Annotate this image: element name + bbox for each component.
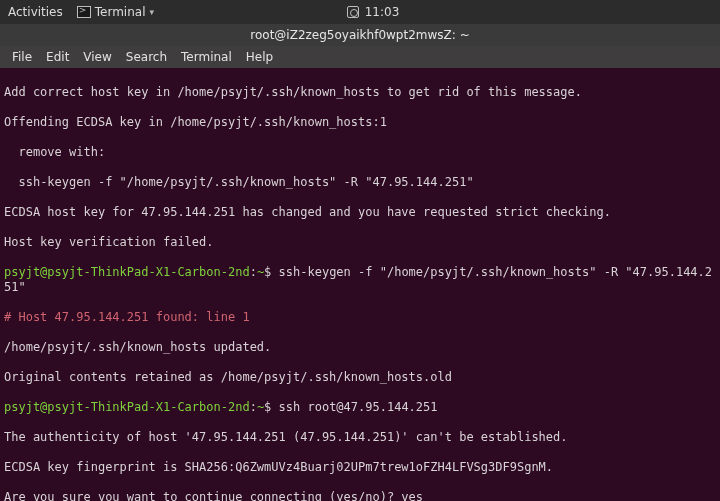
- term-line: Are you sure you want to continue connec…: [4, 490, 716, 501]
- active-app-indicator[interactable]: Terminal ▾: [77, 5, 154, 19]
- term-line: ssh-keygen -f "/home/psyjt/.ssh/known_ho…: [4, 175, 716, 190]
- activities-button[interactable]: Activities: [8, 5, 63, 19]
- term-line: Add correct host key in /home/psyjt/.ssh…: [4, 85, 716, 100]
- terminal-output[interactable]: Add correct host key in /home/psyjt/.ssh…: [0, 68, 720, 501]
- command-text: ssh root@47.95.144.251: [271, 400, 437, 414]
- prompt-sep: :: [250, 265, 257, 279]
- term-line: Host key verification failed.: [4, 235, 716, 250]
- menu-search[interactable]: Search: [120, 48, 173, 66]
- gnome-top-panel: Activities Terminal ▾ 11:03: [0, 0, 720, 24]
- term-prompt-line: psyjt@psyjt-ThinkPad-X1-Carbon-2nd:~$ ss…: [4, 400, 716, 415]
- prompt-user: psyjt@psyjt-ThinkPad-X1-Carbon-2nd: [4, 400, 250, 414]
- clock-label: 11:03: [365, 5, 400, 19]
- term-line: remove with:: [4, 145, 716, 160]
- prompt-sep: :: [250, 400, 257, 414]
- term-prompt-line: psyjt@psyjt-ThinkPad-X1-Carbon-2nd:~$ ss…: [4, 265, 716, 295]
- term-line: /home/psyjt/.ssh/known_hosts updated.: [4, 340, 716, 355]
- terminal-menu-bar: File Edit View Search Terminal Help: [0, 46, 720, 68]
- clock-area[interactable]: 11:03: [154, 5, 592, 19]
- term-line: Original contents retained as /home/psyj…: [4, 370, 716, 385]
- terminal-icon: [77, 6, 91, 18]
- menu-terminal[interactable]: Terminal: [175, 48, 238, 66]
- term-line: The authenticity of host '47.95.144.251 …: [4, 430, 716, 445]
- calendar-icon: [347, 6, 359, 18]
- menu-help[interactable]: Help: [240, 48, 279, 66]
- menu-edit[interactable]: Edit: [40, 48, 75, 66]
- menu-file[interactable]: File: [6, 48, 38, 66]
- active-app-label: Terminal: [95, 5, 146, 19]
- term-line: ECDSA host key for 47.95.144.251 has cha…: [4, 205, 716, 220]
- window-title-bar: root@iZ2zeg5oyaikhf0wpt2mwsZ: ~: [0, 24, 720, 46]
- menu-view[interactable]: View: [77, 48, 117, 66]
- chevron-down-icon: ▾: [149, 7, 154, 17]
- term-line: Offending ECDSA key in /home/psyjt/.ssh/…: [4, 115, 716, 130]
- term-line: # Host 47.95.144.251 found: line 1: [4, 310, 716, 325]
- term-line: ECDSA key fingerprint is SHA256:Q6ZwmUVz…: [4, 460, 716, 475]
- window-title: root@iZ2zeg5oyaikhf0wpt2mwsZ: ~: [250, 28, 469, 42]
- prompt-user: psyjt@psyjt-ThinkPad-X1-Carbon-2nd: [4, 265, 250, 279]
